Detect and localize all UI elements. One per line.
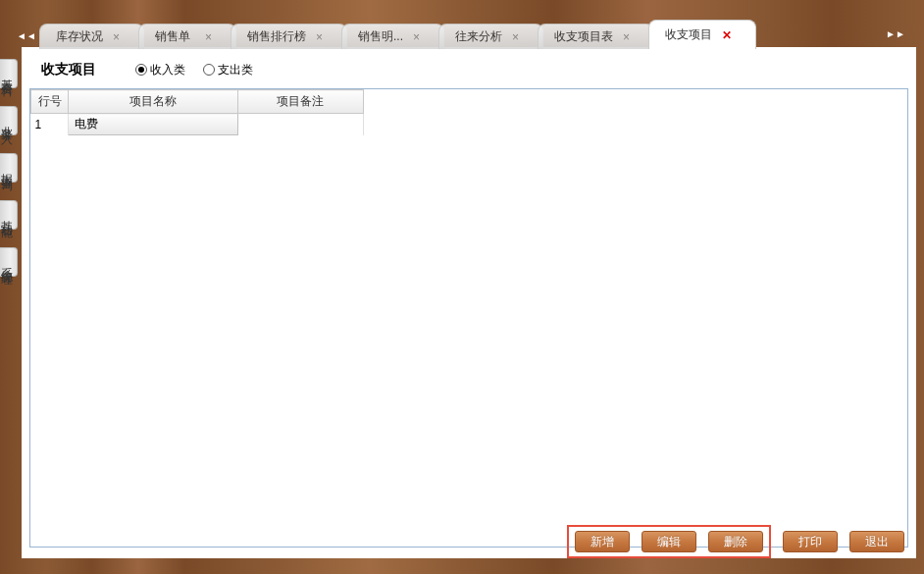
footer-toolbar: 新增 编辑 删除 打印 退出 — [561, 519, 910, 564]
cell-item-name[interactable]: 电费 — [69, 114, 238, 135]
radio-label: 支出类 — [218, 62, 253, 78]
sidebar-item-business-entry[interactable]: 业务录入 — [0, 106, 18, 135]
tab-label: 往来分析 — [455, 28, 502, 45]
panel-header: 收支项目 收入类 支出类 — [22, 47, 916, 88]
cell-row-number: 1 — [31, 114, 69, 135]
radio-icon — [135, 64, 147, 76]
table-row[interactable]: 1 电费 — [31, 114, 364, 135]
sidebar-item-basic-info[interactable]: 基本资料 — [0, 59, 18, 88]
tab-label: 收支项目表 — [554, 28, 613, 45]
close-icon[interactable]: × — [113, 31, 120, 43]
tab-inventory[interactable]: 库存状况 × — [39, 24, 144, 49]
radio-icon — [203, 64, 215, 76]
close-icon[interactable]: × — [413, 31, 420, 43]
tab-scroll-left-icon[interactable]: ◄◄ — [18, 22, 35, 49]
sidebar-item-other-func[interactable]: 其它功能 — [0, 200, 18, 230]
close-icon[interactable]: × — [623, 31, 630, 43]
sidebar-item-report-query[interactable]: 报表查询 — [0, 153, 18, 183]
tab-income-expense-table[interactable]: 收支项目表 × — [538, 24, 654, 49]
edit-button[interactable]: 编辑 — [642, 531, 696, 552]
tab-label: 库存状况 — [56, 28, 103, 45]
tab-income-expense-item[interactable]: 收支项目 ✕ — [648, 20, 756, 49]
radio-income[interactable]: 收入类 — [135, 62, 185, 78]
radio-label: 收入类 — [150, 62, 185, 78]
add-button[interactable]: 新增 — [575, 531, 630, 552]
cell-item-remark[interactable] — [237, 114, 363, 135]
category-radio-group: 收入类 支出类 — [135, 62, 253, 78]
radio-expense[interactable]: 支出类 — [203, 62, 253, 78]
sidebar-item-system-mgmt[interactable]: 系统管理 — [0, 247, 18, 277]
col-item-remark[interactable]: 项目备注 — [237, 90, 363, 114]
print-button[interactable]: 打印 — [783, 531, 838, 552]
tab-label: 销售明... — [358, 28, 403, 45]
content-panel: 收支项目 收入类 支出类 行号 项目名称 项目备注 — [22, 47, 916, 558]
side-nav: 基本资料 业务录入 报表查询 其它功能 系统管理 — [0, 59, 18, 277]
close-icon[interactable]: × — [512, 31, 519, 43]
table-container: 行号 项目名称 项目备注 1 电费 — [29, 88, 908, 548]
highlight-box: 新增 编辑 删除 — [567, 525, 771, 558]
close-icon[interactable]: × — [316, 31, 323, 43]
tab-label: 销售单 — [155, 28, 190, 45]
tab-scroll-right-icon[interactable]: ►► — [887, 20, 904, 47]
tab-label: 收支项目 — [665, 26, 712, 43]
tab-transaction-analysis[interactable]: 往来分析 × — [438, 24, 543, 49]
exit-button[interactable]: 退出 — [849, 531, 904, 552]
table-header-row: 行号 项目名称 项目备注 — [31, 90, 364, 114]
delete-button[interactable]: 删除 — [708, 531, 763, 552]
tab-sales-rank[interactable]: 销售排行榜 × — [231, 24, 347, 49]
close-icon[interactable]: ✕ — [722, 29, 732, 41]
tab-label: 销售排行榜 — [247, 28, 306, 45]
tab-bar: ◄◄ 库存状况 × 销售单 × 销售排行榜 × 销售明... × 往来分析 × … — [18, 18, 865, 49]
close-icon[interactable]: × — [205, 31, 212, 43]
col-item-name[interactable]: 项目名称 — [69, 90, 238, 114]
col-row-number[interactable]: 行号 — [31, 90, 69, 114]
tab-sales-order[interactable]: 销售单 × — [138, 24, 236, 49]
items-table: 行号 项目名称 项目备注 1 电费 — [30, 89, 364, 135]
tab-sales-detail[interactable]: 销售明... × — [341, 24, 444, 49]
page-title: 收支项目 — [41, 61, 96, 78]
